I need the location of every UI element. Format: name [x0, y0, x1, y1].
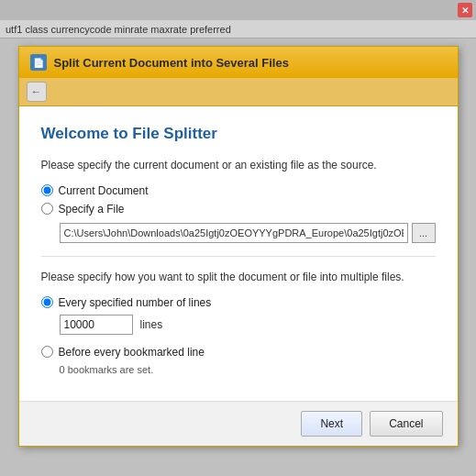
source-section-label: Please specify the current document or a…	[41, 158, 436, 173]
bookmark-radio[interactable]	[41, 346, 53, 358]
bookmark-radio-item: Before every bookmarked line	[41, 346, 436, 359]
close-icon[interactable]: ✕	[458, 3, 472, 17]
dialog-title: Split Current Document into Several File…	[54, 56, 289, 70]
current-doc-radio[interactable]	[41, 184, 53, 196]
dialog-file-icon: 📄	[30, 54, 47, 71]
current-doc-label[interactable]: Current Document	[59, 184, 149, 197]
next-button[interactable]: Next	[301, 411, 362, 437]
every-lines-radio[interactable]	[41, 296, 53, 308]
bookmark-note: 0 bookmarks are set.	[60, 364, 436, 375]
welcome-heading: Welcome to File Splitter	[41, 125, 436, 143]
specify-file-label[interactable]: Specify a File	[59, 203, 125, 216]
dialog-footer: Next Cancel	[19, 401, 458, 446]
title-bar: ✕	[0, 0, 476, 20]
lines-count-input[interactable]	[60, 315, 133, 335]
spreadsheet-header: utf1 class currencycode minrate maxrate …	[0, 20, 476, 39]
dialog-outer: 📄 Split Current Document into Several Fi…	[0, 39, 476, 476]
split-radio-group: Every specified number of lines lines Be…	[41, 296, 436, 375]
specify-file-radio-item: Specify a File	[41, 203, 436, 216]
dialog-titlebar: 📄 Split Current Document into Several Fi…	[19, 47, 458, 78]
split-section-label: Please specify how you want to split the…	[41, 270, 436, 285]
bookmark-label[interactable]: Before every bookmarked line	[59, 346, 205, 359]
cancel-button[interactable]: Cancel	[370, 411, 442, 437]
every-lines-label[interactable]: Every specified number of lines	[59, 296, 212, 309]
current-doc-radio-item: Current Document	[41, 184, 436, 197]
back-button[interactable]: ←	[27, 82, 47, 102]
column-headers: utf1 class currencycode minrate maxrate …	[6, 24, 231, 35]
dialog-body: Welcome to File Splitter Please specify …	[19, 106, 458, 401]
source-radio-group: Current Document Specify a File	[41, 184, 436, 216]
lines-input-row: lines	[60, 315, 436, 335]
file-path-input[interactable]	[60, 223, 408, 243]
browse-button[interactable]: ...	[412, 223, 436, 243]
specify-file-radio[interactable]	[41, 203, 53, 215]
divider	[41, 256, 436, 257]
lines-unit-label: lines	[140, 318, 163, 331]
dialog-nav: ←	[19, 78, 458, 106]
file-path-row: ...	[60, 223, 436, 243]
dialog: 📄 Split Current Document into Several Fi…	[18, 46, 459, 447]
every-lines-radio-item: Every specified number of lines	[41, 296, 436, 309]
